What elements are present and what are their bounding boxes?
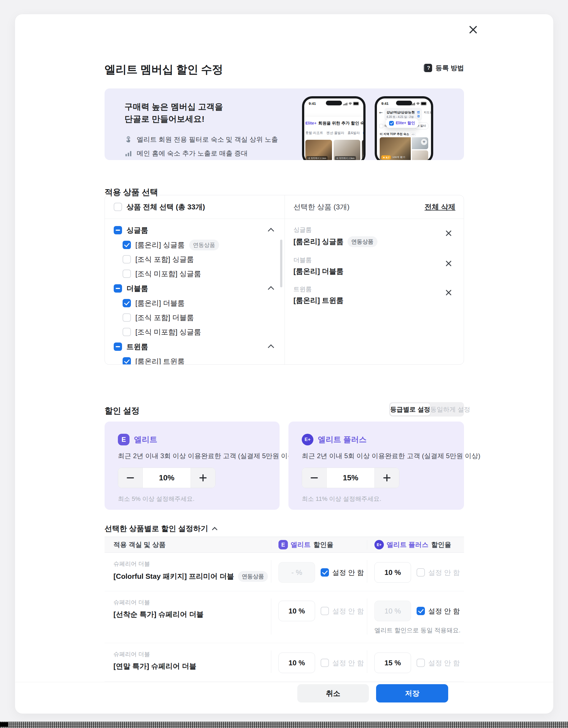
heart-icon[interactable]: ♥: [421, 139, 427, 145]
not-set-checkbox-checked[interactable]: [417, 607, 425, 615]
registration-guide-label: 등록 방법: [435, 64, 464, 72]
select-all-label: 상품 전체 선택 (총 33개): [126, 202, 205, 212]
product-checkbox-checked[interactable]: [123, 299, 131, 307]
phone-statusbar: 9:41: [377, 101, 431, 106]
tab-hotel-resort[interactable]: 호텔·리조트: [305, 131, 323, 135]
rating-count: 100개 평가: [392, 156, 405, 159]
column-product: 적용 객실 및 상품: [105, 540, 271, 549]
elite-plus-discount-value[interactable]: 15%: [326, 468, 375, 488]
group-checkbox-indeterminate[interactable]: [114, 226, 122, 234]
product-checkbox-checked[interactable]: [123, 241, 131, 249]
tier-min-note: 최소 11% 이상 설정해주세요.: [302, 495, 451, 503]
elite-discount-stepper: 10%: [118, 468, 215, 488]
product-checkbox-checked[interactable]: [123, 357, 131, 364]
banner-bullet: 엘리트 회원 전용 필터로 숙소 및 객실 상위 노출: [125, 135, 278, 144]
elite-badge-icon: E: [278, 540, 288, 549]
same-as-elite-note: 엘리트 할인으로 동일 적용돼요.: [374, 626, 464, 635]
dynamic-island: [326, 101, 342, 105]
screen-noise-artifact: [0, 722, 568, 728]
elite-plus-badge-icon: E+: [302, 434, 313, 445]
battery-icon: [421, 102, 427, 105]
elite-plus-rate-input[interactable]: 10 %: [374, 601, 411, 621]
elite-badge-icon: E: [118, 434, 130, 445]
elite-plus-tier-card: E+ 엘리트 플러스 최근 2년 이내 5회 이상 이용완료한 고객 (실결제 …: [288, 422, 464, 510]
phone-sheet: Elite+회원을 위한 추가 할인 숙소 호텔·리조트 펜션·풀빌라 홈&빌라…: [304, 117, 363, 160]
remove-item-icon[interactable]: [445, 260, 452, 267]
select-all-checkbox[interactable]: [114, 203, 122, 211]
product-checkbox[interactable]: [123, 313, 131, 322]
selected-item: 더블룸 [룸온리] 더블룸: [293, 256, 455, 276]
group-checkbox-indeterminate[interactable]: [114, 343, 122, 351]
not-set-checkbox-checked[interactable]: [321, 568, 329, 577]
plus-button[interactable]: [375, 468, 399, 488]
category-tabs: 호텔·리조트 펜션·풀빌라 홈&빌라 모텔: [305, 129, 362, 137]
rating-badge: ★ 9.7: [381, 155, 391, 159]
elite-plus-discount-stepper: 15%: [302, 468, 399, 488]
elite-rate-input[interactable]: 10 %: [278, 653, 315, 673]
tab-pension[interactable]: 펜션·풀빌라: [326, 131, 344, 135]
elite-plus-rate-input[interactable]: 10 %: [374, 562, 411, 583]
tab-motel[interactable]: 모텔: [363, 129, 363, 137]
elite-plus-badge-icon: E+: [374, 540, 384, 549]
banner-heading: 구매력 높은 멤버십 고객을 단골로 만들어보세요!: [125, 101, 223, 125]
map-view-button[interactable]: 지도보기: [424, 111, 431, 115]
not-set-checkbox[interactable]: [417, 568, 425, 577]
not-set-checkbox[interactable]: [321, 659, 329, 667]
elite-plus-logo: Elite+: [305, 121, 316, 125]
tier-name: 엘리트 플러스: [318, 434, 367, 445]
tab-home-villa[interactable]: 홈&빌라: [348, 131, 360, 135]
elite-discount-value[interactable]: 10%: [143, 468, 191, 488]
remove-item-icon[interactable]: [445, 230, 452, 237]
chevron-up-icon[interactable]: [268, 228, 274, 234]
tap-pointer-icon: [125, 136, 132, 143]
close-icon[interactable]: [466, 23, 480, 36]
distance-tag: 내 위치에서 2.1km: [306, 156, 328, 160]
remove-item-icon[interactable]: [445, 289, 452, 296]
elite-discount-filter-pill[interactable]: Elite+ 할인: [386, 118, 419, 128]
back-arrow-icon[interactable]: ←: [379, 110, 383, 115]
clear-all-link[interactable]: 전체 삭제: [425, 202, 455, 212]
change-button[interactable]: 변경: [417, 110, 420, 118]
chevron-up-icon: [212, 527, 217, 532]
product-row: [조식 미포함] 싱글룸: [105, 325, 284, 339]
toggle-same[interactable]: 동일하게 설정: [430, 403, 470, 415]
group-checkbox-indeterminate[interactable]: [114, 284, 122, 293]
chevron-up-icon[interactable]: [268, 344, 274, 351]
minus-button[interactable]: [118, 468, 143, 488]
selected-products-list: 싱글룸 [룸온리] 싱글룸 연동상품 더블룸 [룸온리] 더블룸 트윈룸 [룸온…: [293, 226, 455, 314]
linked-product-badge: 연동상품: [189, 240, 219, 250]
group-row-single: 싱글룸: [105, 223, 284, 238]
distance-tag: 내 위치에서 2.5km: [335, 156, 356, 160]
elite-plus-rate-input[interactable]: 15 %: [374, 653, 411, 673]
product-row: [조식 포함] 싱글룸: [105, 252, 284, 267]
per-product-table: 적용 객실 및 상품 E 엘리트 할인율 E+ 엘리트 플러스 할인율 슈페리어…: [105, 537, 464, 682]
minus-button[interactable]: [302, 468, 326, 488]
plus-button[interactable]: [191, 468, 215, 488]
hotel-photo: [412, 150, 428, 160]
tier-name: 엘리트: [134, 434, 157, 445]
product-checkbox[interactable]: [123, 255, 131, 263]
membership-discount-modal: 엘리트 멤버십 할인 수정 ? 등록 방법 구매력 높은 멤버십 고객을 단골로…: [15, 14, 554, 714]
top-recommend-title: 이 지역 TOP 추천 숙소: [380, 132, 409, 136]
product-checkbox[interactable]: [123, 328, 131, 336]
elite-rate-input[interactable]: - %: [278, 562, 315, 583]
reserve-checkbox[interactable]: [379, 124, 383, 128]
product-checkbox[interactable]: [123, 270, 131, 278]
save-button[interactable]: 저장: [376, 684, 448, 702]
bar-chart-icon: [125, 149, 132, 157]
footer-divider: [15, 682, 553, 682]
battery-icon: [353, 102, 359, 105]
not-set-checkbox[interactable]: [321, 607, 329, 615]
not-set-checkbox[interactable]: [417, 659, 425, 667]
cancel-button[interactable]: 취소: [297, 684, 369, 702]
toggle-by-tier[interactable]: 등급별로 설정: [390, 403, 430, 415]
tier-description: 최근 2년 이내 3회 이상 이용완료한 고객 (실결제 5만원 이상): [118, 451, 266, 460]
elite-rate-input[interactable]: 10 %: [278, 601, 315, 621]
elite-tier-card: E 엘리트 최근 2년 이내 3회 이상 이용완료한 고객 (실결제 5만원 이…: [105, 422, 280, 510]
chevron-up-icon[interactable]: [268, 286, 274, 293]
selected-item: 싱글룸 [룸온리] 싱글룸 연동상품: [293, 226, 455, 247]
per-product-collapse-toggle[interactable]: 선택한 상품별로 할인 설정하기: [105, 524, 217, 534]
hotel-photo: 내 위치에서 2.1km: [305, 140, 332, 160]
registration-guide-link[interactable]: ? 등록 방법: [105, 64, 464, 72]
scrollbar-thumb[interactable]: [280, 240, 282, 287]
